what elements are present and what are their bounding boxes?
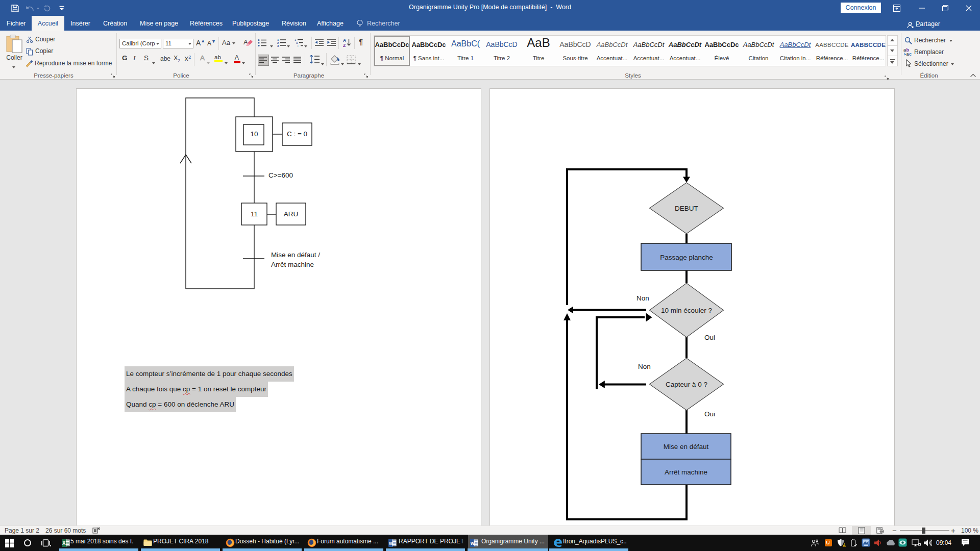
svg-text:W: W: [471, 541, 475, 546]
svg-text:3: 3: [277, 44, 279, 47]
svg-text:Z: Z: [343, 43, 346, 47]
svg-text:W: W: [389, 541, 394, 546]
svg-text:DEBUT: DEBUT: [675, 205, 698, 212]
svg-text:Oui: Oui: [704, 334, 715, 341]
svg-text:Oui: Oui: [704, 410, 715, 418]
svg-text:10 min écouler ?: 10 min écouler ?: [661, 307, 712, 314]
svg-text:c: c: [909, 52, 912, 56]
svg-text:Non: Non: [638, 363, 651, 370]
svg-text:Arrêt machine: Arrêt machine: [665, 468, 707, 476]
svg-text:A: A: [343, 38, 346, 43]
svg-text:Passage planche: Passage planche: [660, 254, 713, 261]
svg-text:Non: Non: [636, 294, 649, 302]
svg-text:Capteur à 0 ?: Capteur à 0 ?: [666, 381, 707, 388]
svg-text:Mise en défaut: Mise en défaut: [664, 443, 709, 450]
svg-text:X: X: [62, 540, 66, 546]
svg-text:i: i: [298, 44, 298, 47]
